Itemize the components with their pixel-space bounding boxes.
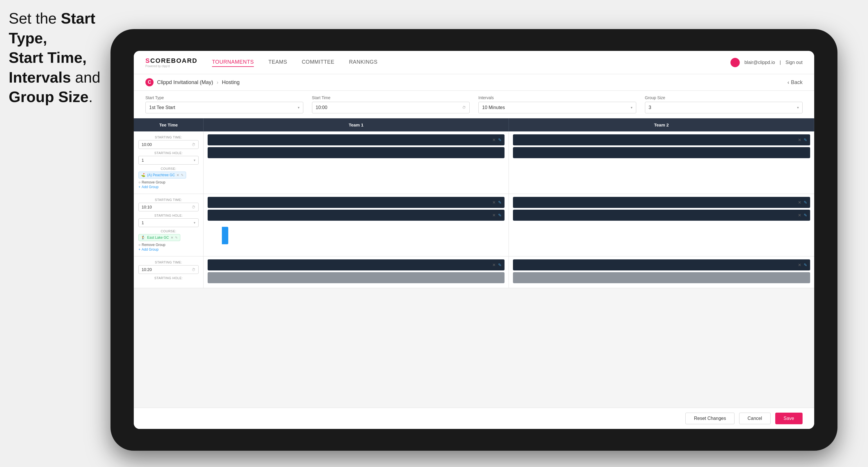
starting-hole-label-2: STARTING HOLE:: [138, 214, 198, 217]
slot-close[interactable]: ✕: [798, 213, 801, 218]
remove-group-2[interactable]: ○ Remove Group: [138, 243, 198, 247]
course-name-1: (A) Peachtree GC: [147, 173, 175, 177]
side-tab: [222, 227, 228, 244]
player-slot: [513, 147, 810, 158]
course-tag-1: ⛳ (A) Peachtree GC ✕ ✎: [138, 172, 198, 180]
group-left-3: STARTING TIME: 10:20 ⏱ STARTING HOLE:: [134, 256, 204, 288]
instruction-and: and: [75, 69, 100, 86]
nav-links: TOURNAMENTS TEAMS COMMITTEE RANKINGS: [212, 58, 731, 67]
course-label-2: COURSE:: [138, 229, 198, 233]
course-edit-1[interactable]: ✎: [181, 173, 184, 177]
intervals-chevron: ▾: [631, 105, 632, 110]
tablet-screen: SCOREBOARD Powered by clipp'd TOURNAMENT…: [134, 51, 814, 429]
footer-bar: Reset Changes Cancel Save: [134, 408, 814, 429]
table-row: STARTING TIME: 10:00 ⏱ STARTING HOLE: 1 …: [134, 131, 814, 194]
controls-bar: Start Type 1st Tee Start ▾ Start Time 10…: [134, 91, 814, 118]
group-size-select[interactable]: 3 ▾: [645, 102, 803, 114]
time-icon-3: ⏱: [192, 268, 195, 272]
back-chevron: ‹: [787, 80, 789, 86]
course-icon-2: 🏌: [141, 236, 145, 240]
group-size-group: Group Size 3 ▾: [645, 95, 803, 114]
group-size-chevron: ▾: [797, 105, 799, 110]
slot-edit[interactable]: ✎: [804, 262, 807, 267]
slot-close[interactable]: ✕: [798, 200, 801, 205]
nav-committee[interactable]: COMMITTEE: [302, 58, 335, 67]
slot-edit[interactable]: ✎: [498, 262, 502, 267]
slot-edit[interactable]: ✎: [804, 200, 807, 205]
course-name-2: East Lake GC: [147, 236, 169, 240]
instruction-bold4: Group Size: [9, 88, 88, 105]
instruction-period: .: [88, 88, 92, 105]
save-button[interactable]: Save: [775, 413, 803, 424]
remove-group-1[interactable]: ○ Remove Group: [138, 180, 198, 184]
start-type-chevron: ▾: [298, 105, 300, 110]
cancel-button[interactable]: Cancel: [739, 413, 771, 424]
add-group-2[interactable]: + Add Group: [138, 247, 198, 252]
team2-cell-1: ✕ ✎: [509, 131, 814, 194]
course-remove-2[interactable]: ✕: [171, 236, 173, 240]
slot-close[interactable]: ✕: [798, 262, 801, 267]
nav-rankings[interactable]: RANKINGS: [349, 58, 377, 67]
hole-chevron-2: ▾: [194, 221, 195, 225]
group-size-label: Group Size: [645, 95, 803, 100]
add-group-1[interactable]: + Add Group: [138, 185, 198, 189]
player-slot: ✕ ✎: [208, 134, 504, 146]
tablet-device: SCOREBOARD Powered by clipp'd TOURNAMENT…: [111, 29, 837, 451]
slot-close[interactable]: ✕: [492, 262, 496, 267]
team2-cell-2: ✕ ✎ ✕ ✎: [509, 194, 814, 256]
starting-time-value-1[interactable]: 10:00 ⏱: [138, 140, 198, 149]
course-label-1: COURSE:: [138, 167, 198, 170]
slot-edit[interactable]: ✎: [498, 213, 502, 218]
navbar: SCOREBOARD Powered by clipp'd TOURNAMENT…: [134, 51, 814, 74]
breadcrumb-tournament: Clippd Invitational (May): [157, 80, 213, 86]
player-slot: ✕ ✎: [208, 259, 504, 271]
user-email: blair@clippd.io: [744, 60, 775, 65]
start-type-select[interactable]: 1st Tee Start ▾: [145, 102, 303, 114]
sign-out-link[interactable]: Sign out: [785, 60, 803, 65]
player-slot: ✕ ✎: [513, 259, 810, 271]
back-button[interactable]: ‹ Back: [787, 80, 803, 86]
slot-close[interactable]: ✕: [492, 213, 496, 218]
slot-edit[interactable]: ✎: [804, 137, 807, 142]
slot-close[interactable]: ✕: [798, 137, 801, 142]
slot-edit[interactable]: ✎: [804, 213, 807, 218]
group-left-1: STARTING TIME: 10:00 ⏱ STARTING HOLE: 1 …: [134, 131, 204, 194]
starting-hole-value-1[interactable]: 1 ▾: [138, 156, 198, 164]
instruction-bold3: Intervals: [9, 69, 71, 86]
player-slot: [208, 147, 504, 158]
col-team1: Team 1: [204, 118, 509, 131]
starting-time-value-2[interactable]: 10:10 ⏱: [138, 203, 198, 211]
start-type-group: Start Type 1st Tee Start ▾: [145, 95, 303, 114]
player-slot: [208, 272, 504, 283]
slot-edit[interactable]: ✎: [498, 200, 502, 205]
nav-tournaments[interactable]: TOURNAMENTS: [212, 58, 254, 67]
slot-edit[interactable]: ✎: [498, 137, 502, 142]
back-label: Back: [791, 80, 803, 86]
player-slot: ✕ ✎: [513, 197, 810, 208]
group-left-2: STARTING TIME: 10:10 ⏱ STARTING HOLE: 1 …: [134, 194, 204, 256]
intervals-label: Intervals: [478, 95, 636, 100]
course-edit-2[interactable]: ✎: [175, 236, 178, 240]
reset-button[interactable]: Reset Changes: [685, 413, 734, 424]
slot-close[interactable]: ✕: [492, 200, 496, 205]
course-icon-1: ⛳: [141, 173, 145, 177]
course-remove-1[interactable]: ✕: [177, 173, 179, 177]
table-row: STARTING TIME: 10:10 ⏱ STARTING HOLE: 1 …: [134, 194, 814, 256]
start-time-value: 10:00: [316, 105, 328, 110]
starting-time-label-2: STARTING TIME:: [138, 198, 198, 201]
main-content[interactable]: STARTING TIME: 10:00 ⏱ STARTING HOLE: 1 …: [134, 131, 814, 408]
team1-cell-3: ✕ ✎: [204, 256, 509, 288]
starting-hole-value-2[interactable]: 1 ▾: [138, 218, 198, 227]
instruction-text: Set the Start Type, Start Time, Interval…: [9, 9, 119, 107]
start-time-select[interactable]: 10:00 ⏱: [312, 102, 470, 114]
nav-right: blair@clippd.io | Sign out: [731, 58, 803, 67]
intervals-select[interactable]: 10 Minutes ▾: [478, 102, 636, 114]
team2-cell-3: ✕ ✎: [509, 256, 814, 288]
slot-close[interactable]: ✕: [492, 137, 496, 142]
breadcrumb-separator: ›: [217, 80, 218, 86]
start-type-label: Start Type: [145, 95, 303, 100]
intervals-group: Intervals 10 Minutes ▾: [478, 95, 636, 114]
starting-time-value-3[interactable]: 10:20 ⏱: [138, 265, 198, 274]
player-slot: ✕ ✎: [513, 210, 810, 221]
nav-teams[interactable]: TEAMS: [269, 58, 287, 67]
